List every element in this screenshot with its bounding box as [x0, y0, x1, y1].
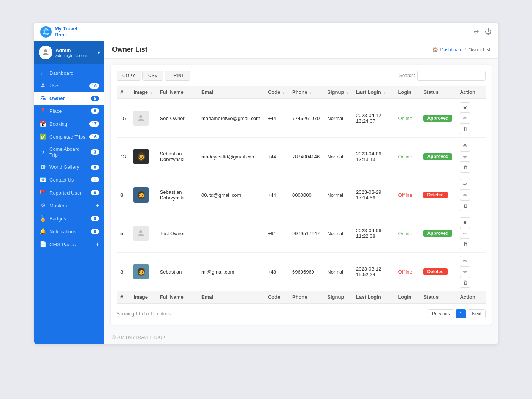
table-row: 13 🧔 Sebastian Dobrzynski madeyes.ltd@gm…	[117, 138, 486, 176]
cell-id: 15	[117, 99, 130, 138]
svg-point-7	[41, 96, 43, 97]
sidebar-label-owner: Owner	[49, 95, 88, 101]
reported-user-icon: 🚩	[40, 189, 46, 196]
cell-login: Online	[394, 214, 420, 253]
table-card: COPY CSV PRINT Search: # Image ↕	[111, 65, 492, 325]
cell-id: 13	[117, 138, 130, 176]
breadcrumb: 🏠 Dashboard / Owner List	[432, 47, 490, 52]
cell-last-login: 2023-03-12 15:52:24	[352, 253, 394, 291]
footer-hash: #	[117, 291, 130, 304]
plus-icon-masters: +	[96, 202, 99, 209]
cell-email	[198, 214, 264, 253]
sidebar-item-world-gallery[interactable]: 🖼 World Gallery 0	[34, 161, 104, 173]
edit-button[interactable]: ✏	[460, 228, 470, 239]
page-1-button[interactable]: 1	[456, 309, 467, 318]
delete-button[interactable]: 🗑	[460, 124, 470, 134]
cell-code: +48	[264, 253, 288, 291]
edit-button[interactable]: ✏	[460, 190, 470, 200]
sidebar-item-contact-us[interactable]: 📧 Contact Us 1	[34, 173, 104, 186]
cell-signup: Normal	[323, 99, 352, 138]
sidebar-badge-contact-us: 1	[91, 177, 99, 182]
footer-email: Email	[198, 291, 264, 304]
delete-button[interactable]: 🗑	[460, 162, 470, 173]
sidebar-item-booking[interactable]: 📅 Booking 17	[34, 117, 104, 130]
col-code: Code ↕	[264, 86, 288, 99]
copy-button[interactable]: COPY	[117, 71, 141, 81]
edit-button[interactable]: ✏	[460, 151, 470, 162]
view-button[interactable]: 👁	[460, 141, 470, 151]
view-button[interactable]: 👁	[460, 256, 470, 266]
prev-page-button[interactable]: Previous	[428, 309, 454, 318]
cell-last-login: 2023-04-12 13:24:07	[352, 99, 394, 138]
booking-icon: 📅	[40, 120, 46, 127]
sidebar-item-badges[interactable]: 🏅 Badges 9	[34, 212, 104, 225]
sidebar-item-come-aboard[interactable]: ✈ Come Aboard Trip 3	[34, 143, 104, 161]
sidebar-label-badges: Badges	[49, 216, 88, 222]
csv-button[interactable]: CSV	[142, 71, 163, 81]
search-input[interactable]	[417, 71, 486, 81]
sidebar-badge-completed-trips: 16	[89, 134, 99, 139]
svg-point-8	[43, 96, 44, 97]
col-hash: #	[117, 86, 130, 99]
delete-button[interactable]: 🗑	[460, 200, 470, 211]
sidebar-item-reported-user[interactable]: 🚩 Reported User 0	[34, 186, 104, 199]
cell-login: Offline	[394, 176, 420, 214]
col-last-login: Last Login ↕	[352, 86, 394, 99]
search-label: Search:	[399, 73, 415, 78]
breadcrumb-home[interactable]: Dashboard	[440, 47, 463, 52]
sidebar-item-masters[interactable]: ⚙ Masters +	[34, 199, 104, 212]
view-button[interactable]: 👁	[460, 179, 470, 190]
table-footer: Showing 1 to 5 of 5 entries Previous 1 N…	[117, 309, 486, 318]
table-header-row: # Image ↕ Full Name ↕ Email ↕ Code ↕ Pho…	[117, 86, 486, 99]
delete-button[interactable]: 🗑	[460, 277, 470, 288]
delete-button[interactable]: 🗑	[460, 239, 470, 249]
user-icon	[40, 82, 46, 89]
sidebar-label-world-gallery: World Gallery	[49, 164, 88, 170]
topbar-actions: ⇄ ⏻	[474, 28, 492, 36]
cell-name: Sebastian Dobrzynski	[156, 176, 198, 214]
sidebar-item-owner[interactable]: Owner 5	[34, 92, 104, 104]
table-row: 5 Test Owner +91 9979517447 Normal 2023-…	[117, 214, 486, 253]
sidebar-item-place[interactable]: 📍 Place 8	[34, 104, 104, 117]
edit-button[interactable]: ✏	[460, 266, 470, 277]
brand-name: My Travel Book	[55, 26, 77, 38]
col-image: Image ↕	[130, 86, 156, 99]
view-button[interactable]: 👁	[460, 217, 470, 228]
sidebar-label-contact-us: Contact Us	[49, 177, 88, 183]
cell-code: +91	[264, 214, 288, 253]
place-icon: 📍	[40, 108, 46, 114]
sidebar-label-come-aboard: Come Aboard Trip	[49, 146, 88, 158]
next-page-button[interactable]: Next	[468, 309, 486, 318]
layout-body: Admin admin@mtb.com ▾ ⌂ Dashboard User 1…	[34, 41, 498, 344]
topbar: My Travel Book ⇄ ⏻	[34, 23, 498, 41]
pagination: Previous 1 Next	[428, 309, 486, 318]
user-email: admin@mtb.com	[55, 53, 95, 58]
sidebar-label-notifications: Notifications	[49, 229, 88, 234]
sidebar-item-completed-trips[interactable]: ✅ Completed Trips 16	[34, 130, 104, 143]
sidebar-badge-place: 8	[91, 108, 99, 114]
user-thumb	[133, 226, 149, 241]
view-button[interactable]: 👁	[460, 102, 470, 113]
power-icon[interactable]: ⏻	[485, 28, 492, 36]
edit-button[interactable]: ✏	[460, 113, 470, 124]
sidebar-item-cms-pages[interactable]: 📄 CMS Pages +	[34, 238, 104, 251]
cell-action: 👁 ✏ 🗑	[456, 214, 486, 253]
sidebar-item-notifications[interactable]: 🔔 Notifications 0	[34, 225, 104, 238]
page-title: Owner List	[112, 46, 147, 54]
cell-login: Offline	[394, 253, 420, 291]
sidebar-badge-booking: 17	[89, 121, 99, 127]
expand-icon[interactable]: ⇄	[474, 28, 479, 35]
footer-login: Login	[394, 291, 420, 304]
sidebar-user[interactable]: Admin admin@mtb.com ▾	[34, 41, 104, 64]
sidebar-item-dashboard[interactable]: ⌂ Dashboard	[34, 67, 104, 79]
col-phone: Phone ↕	[288, 86, 323, 99]
plus-icon-cms: +	[96, 241, 99, 248]
col-full-name: Full Name ↕	[156, 86, 198, 99]
svg-point-9	[139, 115, 142, 118]
user-thumb	[133, 111, 149, 126]
cell-image: 🧔	[130, 176, 156, 214]
cell-action: 👁 ✏ 🗑	[456, 176, 486, 214]
print-button[interactable]: PRINT	[165, 71, 190, 81]
sidebar-item-user[interactable]: User 10	[34, 79, 104, 92]
cell-action: 👁 ✏ 🗑	[456, 99, 486, 138]
